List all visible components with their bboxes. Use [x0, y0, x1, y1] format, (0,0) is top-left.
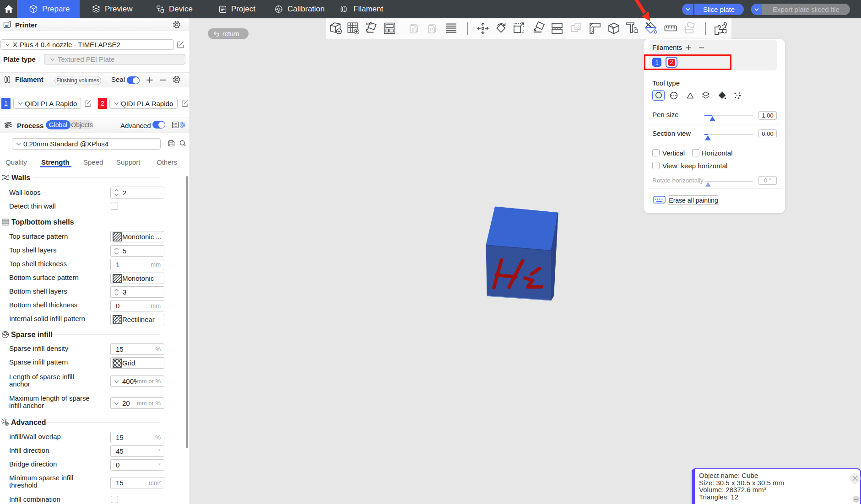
svg-text:P: P	[430, 27, 433, 32]
svg-text:AUTO: AUTO	[366, 23, 372, 26]
svg-text:0: 0	[412, 27, 415, 32]
